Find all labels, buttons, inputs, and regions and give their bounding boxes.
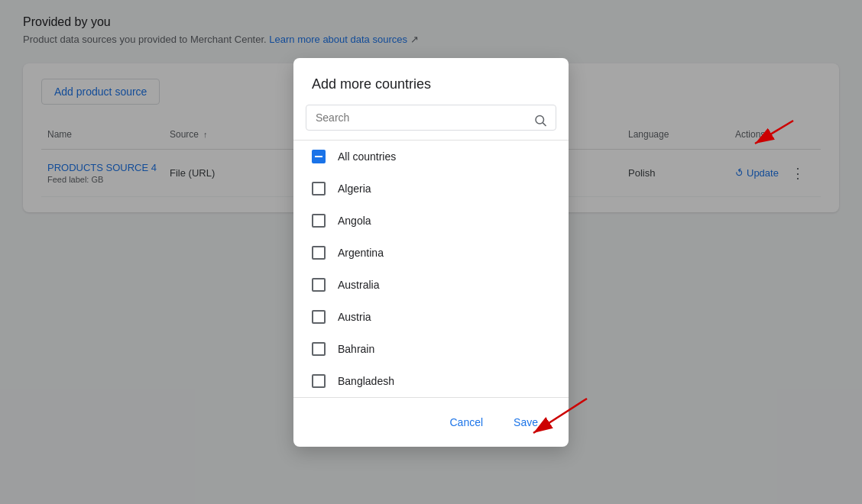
page-background: Provided by you Product data sources you… [0, 0, 862, 504]
checkbox-all-countries[interactable] [312, 150, 326, 163]
dialog-title: Add more countries [293, 58, 569, 105]
country-item-angola[interactable]: Angola [293, 205, 569, 237]
search-input[interactable] [306, 105, 556, 131]
country-label-austria: Austria [338, 311, 371, 323]
checkbox-bahrain[interactable] [312, 342, 326, 356]
annotation-arrow-top [740, 113, 801, 161]
checkbox-argentina[interactable] [312, 246, 326, 260]
svg-point-4 [536, 115, 544, 124]
country-item-austria[interactable]: Austria [293, 301, 569, 333]
dialog: Add more countries All countries [293, 58, 569, 447]
annotation-arrow-bottom [518, 391, 595, 447]
country-label-argentina: Argentina [338, 247, 384, 259]
checkbox-bangladesh[interactable] [312, 374, 326, 388]
country-list[interactable]: All countries Algeria Angola Argentina A… [293, 140, 569, 397]
country-item-bahrain[interactable]: Bahrain [293, 333, 569, 365]
country-item-australia[interactable]: Australia [293, 269, 569, 301]
country-label-algeria: Algeria [338, 183, 371, 195]
country-label-bangladesh: Bangladesh [338, 375, 394, 387]
search-container [293, 105, 569, 140]
search-icon [533, 113, 547, 131]
country-label-australia: Australia [338, 279, 379, 291]
country-item-all[interactable]: All countries [293, 141, 569, 173]
country-label-bahrain: Bahrain [338, 343, 374, 355]
country-item-algeria[interactable]: Algeria [293, 173, 569, 205]
country-item-argentina[interactable]: Argentina [293, 237, 569, 269]
checkbox-australia[interactable] [312, 278, 326, 292]
checkbox-austria[interactable] [312, 310, 326, 324]
modal-overlay: Add more countries All countries [0, 0, 862, 504]
svg-line-5 [543, 122, 546, 125]
svg-line-3 [533, 399, 587, 433]
country-label-angola: Angola [338, 215, 371, 227]
checkbox-algeria[interactable] [312, 182, 326, 195]
cancel-button[interactable]: Cancel [437, 410, 495, 435]
country-label-all: All countries [338, 150, 396, 163]
svg-line-1 [755, 121, 793, 144]
checkbox-angola[interactable] [312, 214, 326, 228]
